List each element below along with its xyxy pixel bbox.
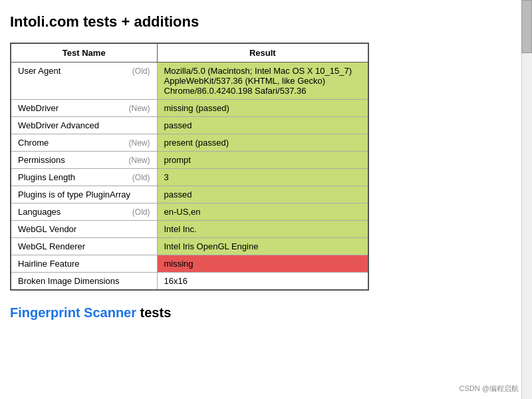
table-row: Permissions(New)prompt xyxy=(11,152,368,169)
test-tag: (New) xyxy=(129,104,150,113)
test-tag: (Old) xyxy=(132,207,150,217)
test-result-cell: present (passed) xyxy=(157,134,368,152)
test-name: WebGL Vendor xyxy=(18,224,76,234)
watermark: CSDN @编程启航 xyxy=(460,384,519,394)
test-result-cell: missing xyxy=(157,255,368,273)
test-name: WebGL Renderer xyxy=(18,241,85,251)
table-row: Plugins is of type PluginArraypassed xyxy=(11,186,368,203)
test-name: WebDriver Advanced xyxy=(18,120,99,130)
table-row: Plugins Length(Old)3 xyxy=(11,169,368,186)
test-result-cell: missing (passed) xyxy=(157,100,368,117)
test-result-cell: 3 xyxy=(157,169,368,186)
test-name-cell: Permissions(New) xyxy=(11,152,157,169)
fingerprint-link[interactable]: Fingerprint Scanner xyxy=(10,305,136,320)
page-title: Intoli.com tests + additions xyxy=(10,13,509,31)
test-name-cell: WebDriver(New) xyxy=(11,100,157,117)
table-row: WebDriver Advancedpassed xyxy=(11,117,368,134)
test-name: Broken Image Dimensions xyxy=(18,276,119,286)
test-name-cell: WebGL Vendor xyxy=(11,221,157,238)
test-name-cell: Chrome(New) xyxy=(11,134,157,152)
test-name-cell: Broken Image Dimensions xyxy=(11,273,157,291)
test-name: Hairline Feature xyxy=(18,259,80,269)
test-result-cell: Intel Iris OpenGL Engine xyxy=(157,238,368,255)
col-header-name: Test Name xyxy=(11,43,157,63)
test-result-cell: prompt xyxy=(157,152,368,169)
table-row: WebGL RendererIntel Iris OpenGL Engine xyxy=(11,238,368,255)
table-row: Broken Image Dimensions16x16 xyxy=(11,273,368,291)
test-name-cell: Languages(Old) xyxy=(11,203,157,221)
test-result-cell: Mozilla/5.0 (Macintosh; Intel Mac OS X 1… xyxy=(157,63,368,100)
table-row: WebDriver(New)missing (passed) xyxy=(11,100,368,117)
test-name: User Agent xyxy=(18,66,61,76)
test-name-cell: Plugins is of type PluginArray xyxy=(11,186,157,203)
table-row: User Agent(Old)Mozilla/5.0 (Macintosh; I… xyxy=(11,63,368,100)
test-name-cell: User Agent(Old) xyxy=(11,63,157,100)
table-row: Chrome(New)present (passed) xyxy=(11,134,368,152)
test-result-cell: passed xyxy=(157,117,368,134)
test-result-cell: 16x16 xyxy=(157,273,368,291)
fingerprint-heading: Fingerprint Scanner tests xyxy=(10,305,509,321)
test-name-cell: Plugins Length(Old) xyxy=(11,169,157,186)
test-name: Plugins Length xyxy=(18,172,75,182)
table-row: Languages(Old)en-US,en xyxy=(11,203,368,221)
test-name-cell: WebDriver Advanced xyxy=(11,117,157,134)
col-header-result: Result xyxy=(157,43,368,63)
test-tag: (New) xyxy=(129,156,150,165)
test-name: Languages xyxy=(18,207,61,217)
test-name: Permissions xyxy=(18,155,65,165)
table-row: Hairline Featuremissing xyxy=(11,255,368,273)
test-tag: (Old) xyxy=(132,173,150,182)
test-name-cell: Hairline Feature xyxy=(11,255,157,273)
test-name-cell: WebGL Renderer xyxy=(11,238,157,255)
test-tag: (Old) xyxy=(132,66,150,76)
test-result-cell: Intel Inc. xyxy=(157,221,368,238)
table-row: WebGL VendorIntel Inc. xyxy=(11,221,368,238)
test-name: Plugins is of type PluginArray xyxy=(18,190,130,200)
test-name: WebDriver xyxy=(18,103,59,113)
test-name: Chrome xyxy=(18,138,49,148)
test-tag: (New) xyxy=(129,138,150,148)
test-result-cell: passed xyxy=(157,186,368,203)
test-result-cell: en-US,en xyxy=(157,203,368,221)
test-results-table: Test Name Result User Agent(Old)Mozilla/… xyxy=(10,43,369,291)
